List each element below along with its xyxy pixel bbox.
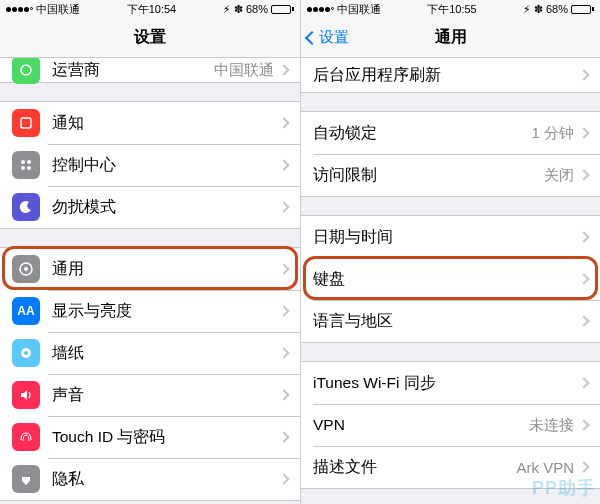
row-language[interactable]: 语言与地区 bbox=[301, 300, 600, 342]
row-wallpaper[interactable]: 墙纸 bbox=[0, 332, 300, 374]
chevron-right-icon bbox=[578, 231, 589, 242]
watermark: PP助手 bbox=[532, 476, 596, 500]
wallpaper-icon bbox=[12, 339, 40, 367]
row-label: 墙纸 bbox=[52, 343, 280, 364]
carrier-label: 中国联通 bbox=[337, 2, 381, 17]
row-label: 访问限制 bbox=[313, 165, 544, 186]
row-label: 语言与地区 bbox=[313, 311, 580, 332]
privacy-icon bbox=[12, 465, 40, 493]
row-keyboard[interactable]: 键盘 bbox=[301, 258, 600, 300]
row-value: 关闭 bbox=[544, 166, 574, 185]
chevron-right-icon bbox=[578, 127, 589, 138]
row-label: 声音 bbox=[52, 385, 280, 406]
back-label: 设置 bbox=[319, 28, 349, 47]
page-title: 通用 bbox=[435, 27, 467, 48]
chevron-right-icon bbox=[578, 461, 589, 472]
screen-general: 中国联通 下午10:55 ⚡︎ ✽ 68% 设置 通用 后台应用程序刷新 bbox=[300, 0, 600, 504]
row-label: VPN bbox=[313, 416, 529, 434]
chevron-right-icon bbox=[578, 69, 589, 80]
row-label: 描述文件 bbox=[313, 457, 516, 478]
page-title: 设置 bbox=[134, 27, 166, 48]
chevron-right-icon bbox=[278, 159, 289, 170]
bluetooth-icon: ⚡︎ ✽ bbox=[523, 3, 543, 16]
battery-percent: 68% bbox=[246, 3, 268, 15]
row-label: 控制中心 bbox=[52, 155, 280, 176]
svg-point-3 bbox=[27, 160, 31, 164]
row-itunes-wifi[interactable]: iTunes Wi-Fi 同步 bbox=[301, 362, 600, 404]
general-list[interactable]: 后台应用程序刷新 自动锁定 1 分钟 访问限制 关闭 日期与时间 bbox=[301, 58, 600, 504]
svg-point-0 bbox=[21, 65, 31, 75]
screen-settings: 中国联通 下午10:54 ⚡︎ ✽ 68% 设置 运营商 中国联通 bbox=[0, 0, 300, 504]
row-privacy[interactable]: 隐私 bbox=[0, 458, 300, 500]
chevron-right-icon bbox=[278, 64, 289, 75]
row-label: 键盘 bbox=[313, 269, 580, 290]
row-value: 中国联通 bbox=[214, 61, 274, 80]
row-label: Touch ID 与密码 bbox=[52, 427, 280, 448]
chevron-right-icon bbox=[578, 273, 589, 284]
chevron-right-icon bbox=[278, 117, 289, 128]
svg-point-2 bbox=[21, 160, 25, 164]
general-icon bbox=[12, 255, 40, 283]
chevron-right-icon bbox=[278, 431, 289, 442]
chevron-right-icon bbox=[278, 389, 289, 400]
row-label: 通知 bbox=[52, 113, 280, 134]
chevron-right-icon bbox=[578, 377, 589, 388]
battery-icon bbox=[571, 5, 594, 14]
signal-dots-icon bbox=[307, 7, 334, 12]
row-label: 通用 bbox=[52, 259, 280, 280]
nav-bar: 设置 bbox=[0, 18, 300, 58]
row-label: 后台应用程序刷新 bbox=[313, 65, 580, 86]
row-value: Ark VPN bbox=[516, 459, 574, 476]
chevron-right-icon bbox=[278, 347, 289, 358]
notifications-icon bbox=[12, 109, 40, 137]
chevron-right-icon bbox=[278, 263, 289, 274]
row-vpn[interactable]: VPN 未连接 bbox=[301, 404, 600, 446]
back-button[interactable]: 设置 bbox=[307, 28, 349, 47]
carrier-label: 中国联通 bbox=[36, 2, 80, 17]
chevron-right-icon bbox=[578, 419, 589, 430]
chevron-left-icon bbox=[305, 30, 319, 44]
svg-point-9 bbox=[24, 351, 28, 355]
row-autolock[interactable]: 自动锁定 1 分钟 bbox=[301, 112, 600, 154]
row-dnd[interactable]: 勿扰模式 bbox=[0, 186, 300, 228]
battery-percent: 68% bbox=[546, 3, 568, 15]
chevron-right-icon bbox=[278, 201, 289, 212]
row-label: 运营商 bbox=[52, 60, 214, 81]
dnd-icon bbox=[12, 193, 40, 221]
row-carrier[interactable]: 运营商 中国联通 bbox=[0, 58, 300, 82]
row-display[interactable]: AA 显示与亮度 bbox=[0, 290, 300, 332]
status-bar: 中国联通 下午10:54 ⚡︎ ✽ 68% bbox=[0, 0, 300, 18]
signal-dots-icon bbox=[6, 7, 33, 12]
row-sound[interactable]: 声音 bbox=[0, 374, 300, 416]
nav-bar: 设置 通用 bbox=[301, 18, 600, 58]
control-center-icon bbox=[12, 151, 40, 179]
row-label: 隐私 bbox=[52, 469, 280, 490]
chevron-right-icon bbox=[578, 169, 589, 180]
row-label: iTunes Wi-Fi 同步 bbox=[313, 373, 580, 394]
svg-point-4 bbox=[21, 166, 25, 170]
row-restrictions[interactable]: 访问限制 关闭 bbox=[301, 154, 600, 196]
display-icon: AA bbox=[12, 297, 40, 325]
touchid-icon bbox=[12, 423, 40, 451]
bluetooth-icon: ⚡︎ ✽ bbox=[223, 3, 243, 16]
row-value: 1 分钟 bbox=[531, 124, 574, 143]
svg-rect-1 bbox=[21, 118, 31, 128]
row-touchid[interactable]: Touch ID 与密码 bbox=[0, 416, 300, 458]
chevron-right-icon bbox=[278, 305, 289, 316]
settings-list[interactable]: 运营商 中国联通 通知 控制中心 勿扰模式 bbox=[0, 58, 300, 504]
row-value: 未连接 bbox=[529, 416, 574, 435]
row-general[interactable]: 通用 bbox=[0, 248, 300, 290]
row-label: 自动锁定 bbox=[313, 123, 531, 144]
carrier-icon bbox=[12, 58, 40, 84]
row-datetime[interactable]: 日期与时间 bbox=[301, 216, 600, 258]
svg-point-7 bbox=[24, 267, 28, 271]
row-notifications[interactable]: 通知 bbox=[0, 102, 300, 144]
chevron-right-icon bbox=[278, 473, 289, 484]
row-control-center[interactable]: 控制中心 bbox=[0, 144, 300, 186]
status-time: 下午10:54 bbox=[127, 2, 177, 17]
row-bg-refresh[interactable]: 后台应用程序刷新 bbox=[301, 58, 600, 92]
row-label: 勿扰模式 bbox=[52, 197, 280, 218]
svg-point-5 bbox=[27, 166, 31, 170]
battery-icon bbox=[271, 5, 294, 14]
status-bar: 中国联通 下午10:55 ⚡︎ ✽ 68% bbox=[301, 0, 600, 18]
